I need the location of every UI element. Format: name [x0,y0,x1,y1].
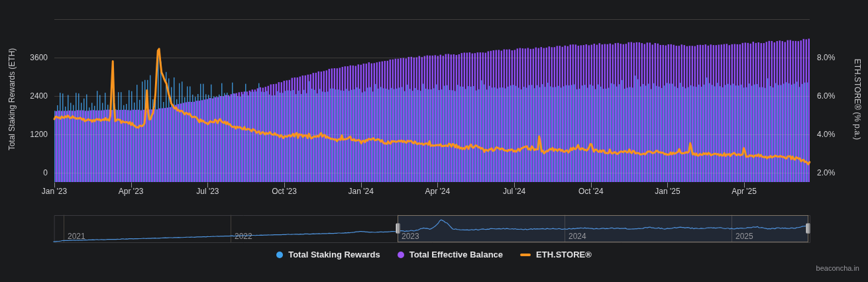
watermark: beaconcha.in [816,264,859,272]
staking-rewards-chart: Total Staking Rewards (ETH) ETH.STORE® (… [0,0,868,282]
navigator-year-label: 2024 [569,232,586,241]
x-axis-tick-label: Jul '23 [196,187,219,196]
y-axis-right-tick-label: 8.0% [817,53,835,62]
y-axis-title-right: ETH.STORE® (% p.a.) [853,0,862,199]
legend-marker-circle [276,252,283,258]
navigator-year-label: 2025 [735,232,753,241]
navigator-year-label: 2021 [68,232,85,241]
legend-item-total-staking-rewards[interactable]: Total Staking Rewards [276,250,380,259]
legend-marker-circle [398,252,404,258]
legend-label: ETH.STORE® [536,250,592,259]
navigator-year-label: 2022 [235,232,252,241]
x-axis-tick-label: Jan '25 [655,187,680,196]
x-axis-tick-label: Jan '23 [42,187,67,196]
y-axis-left-tick-label: 1200 [0,130,48,139]
x-axis-tick-label: Apr '25 [732,187,757,196]
navigator-handle-right[interactable] [806,223,810,234]
legend-marker-line [520,254,531,256]
x-axis-tick-label: Apr '23 [119,187,144,196]
navigator-handle-left[interactable] [396,223,400,234]
y-axis-right-tick-label: 4.0% [817,130,835,139]
x-axis-tick-label: Apr '24 [425,187,451,196]
y-axis-right-tick-label: 2.0% [817,168,835,177]
legend: Total Staking RewardsTotal Effective Bal… [0,250,868,259]
legend-item-total-effective-balance[interactable]: Total Effective Balance [398,250,503,259]
navigator-year-label: 2023 [402,232,419,241]
y-axis-left-tick-label: 3600 [0,53,48,62]
legend-label: Total Staking Rewards [288,250,380,259]
x-axis-tick-label: Jul '24 [503,187,525,196]
y-axis-left-tick-label: 2400 [0,91,48,101]
legend-item-eth-store[interactable]: ETH.STORE® [520,250,592,259]
x-axis-tick-label: Oct '24 [578,187,604,196]
y-axis-left-tick-label: 0 [0,168,48,177]
x-axis-tick-label: Oct '23 [272,187,297,196]
x-axis-tick-label: Jan '24 [349,187,374,196]
y-axis-right-tick-label: 6.0% [817,91,835,101]
legend-label: Total Effective Balance [409,250,503,259]
